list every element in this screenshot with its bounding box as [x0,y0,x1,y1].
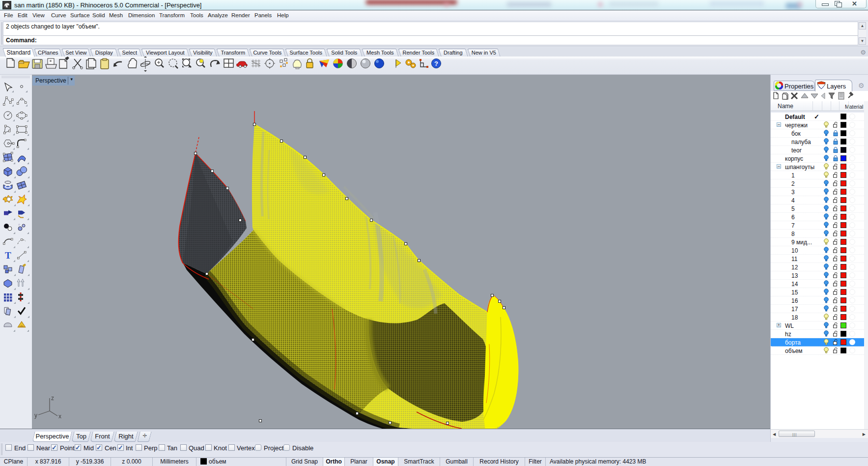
svg-text:x: x [58,413,61,420]
svg-text:z: z [51,395,54,402]
svg-text:T: T [5,250,11,261]
svg-text:y: y [34,412,37,419]
svg-text:?: ? [434,60,438,67]
